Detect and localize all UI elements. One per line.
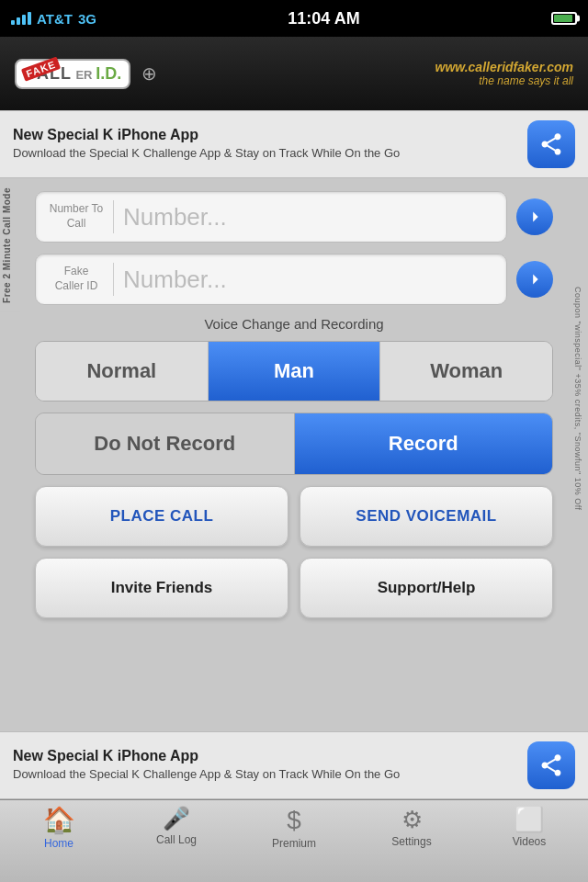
carrier-label: AT&T	[37, 11, 73, 27]
place-call-button[interactable]: PLACE CALL	[35, 486, 288, 547]
do-not-record-button[interactable]: Do Not Record	[36, 413, 295, 474]
fake-caller-id-arrow[interactable]	[516, 261, 553, 298]
voice-section-title: Voice Change and Recording	[35, 316, 553, 332]
share-icon	[538, 131, 564, 157]
target-icon: ⊕	[141, 62, 157, 85]
home-icon: 🏠	[43, 808, 75, 833]
header-right: www.calleridfaker.com the name says it a…	[435, 60, 573, 87]
tab-calllog[interactable]: 🎤 Call Log	[118, 808, 235, 846]
fake-caller-id-wrapper: Fake Caller ID Number...	[35, 254, 507, 305]
voice-option-normal[interactable]: Normal	[36, 342, 209, 401]
bottom-ad-banner: New Special K iPhone App Download the Sp…	[0, 731, 588, 799]
invite-friends-button[interactable]: Invite Friends	[35, 558, 288, 618]
ad-share-button[interactable]	[527, 120, 575, 168]
settings-icon: ⚙	[401, 808, 423, 831]
header-bar: FAKE CALL ER I.D. ⊕ www.calleridfaker.co…	[0, 37, 588, 110]
tab-settings-label: Settings	[391, 835, 431, 848]
fake-caller-id-label: Fake Caller ID	[49, 265, 104, 293]
tab-calllog-label: Call Log	[156, 833, 197, 846]
ad-text-area: New Special K iPhone App Download the Sp…	[13, 127, 516, 162]
coupon-strip: Coupon "winspecial" +35% credits, "Snowf…	[568, 178, 588, 618]
number-to-call-wrapper: Number To Call Number...	[35, 191, 507, 243]
premium-icon: $	[287, 808, 301, 833]
header-url: www.calleridfaker.com	[435, 60, 573, 74]
number-to-call-placeholder: Number...	[123, 203, 493, 232]
number-to-call-label: Number To Call	[49, 202, 104, 231]
primary-action-row: PLACE CALL SEND VOICEMAIL	[35, 486, 553, 547]
tab-settings[interactable]: ⚙ Settings	[353, 808, 470, 848]
status-right	[551, 12, 577, 25]
input-divider	[113, 200, 114, 233]
tab-videos[interactable]: ⬜ Videos	[470, 808, 588, 848]
number-to-call-arrow[interactable]	[516, 198, 553, 235]
ad-description: Download the Special K Challenge App & S…	[13, 145, 516, 162]
bottom-ad-description: Download the Special K Challenge App & S…	[13, 766, 516, 783]
main-content: Free 2 Minute Call Mode Coupon "winspeci…	[0, 178, 588, 618]
tab-videos-label: Videos	[513, 835, 546, 848]
calllog-icon: 🎤	[163, 808, 190, 830]
input-divider-2	[113, 263, 114, 296]
tab-premium-label: Premium	[272, 837, 316, 850]
sidebar-label: Free 2 Minute Call Mode	[0, 178, 20, 312]
status-left: AT&T 3G	[11, 11, 96, 27]
signal-bars	[11, 12, 31, 25]
bottom-ad-text-area: New Special K iPhone App Download the Sp…	[13, 748, 516, 783]
coupon-text: Coupon "winspecial" +35% credits, "Snowf…	[573, 287, 582, 510]
record-button[interactable]: Record	[295, 413, 553, 474]
tab-bar: 🏠 Home 🎤 Call Log $ Premium ⚙ Settings ⬜…	[0, 799, 588, 882]
top-ad-banner: New Special K iPhone App Download the Sp…	[0, 110, 588, 178]
chevron-right-icon	[525, 207, 545, 227]
logo-box: FAKE CALL ER I.D.	[15, 59, 130, 89]
fake-caller-id-placeholder: Number...	[123, 266, 493, 294]
record-toggle-row: Do Not Record Record	[35, 413, 553, 475]
share-icon-2	[538, 752, 564, 778]
number-to-call-row: Number To Call Number...	[35, 191, 553, 243]
battery-indicator	[551, 12, 577, 25]
time-label: 11:04 AM	[288, 9, 359, 28]
send-voicemail-button[interactable]: SEND VOICEMAIL	[300, 486, 553, 547]
tab-premium[interactable]: $ Premium	[235, 808, 353, 850]
header-tagline: the name says it all	[435, 74, 573, 87]
network-label: 3G	[78, 11, 96, 27]
voice-option-woman[interactable]: Woman	[380, 342, 552, 401]
bottom-ad-share-button[interactable]	[527, 741, 575, 789]
voice-option-man[interactable]: Man	[209, 342, 381, 401]
bottom-ad-title: New Special K iPhone App	[13, 748, 516, 764]
support-help-button[interactable]: Support/Help	[300, 558, 553, 618]
logo-area: FAKE CALL ER I.D. ⊕	[15, 59, 157, 89]
status-bar: AT&T 3G 11:04 AM	[0, 0, 588, 37]
voice-toggle-row: Normal Man Woman	[35, 341, 553, 401]
fake-caller-id-row: Fake Caller ID Number...	[35, 254, 553, 305]
battery-fill	[554, 15, 572, 22]
tab-home[interactable]: 🏠 Home	[0, 808, 118, 850]
tab-home-label: Home	[44, 837, 74, 850]
chevron-right-icon-2	[525, 269, 545, 289]
logo-id: I.D.	[96, 64, 121, 83]
secondary-action-row: Invite Friends Support/Help	[35, 558, 553, 618]
ad-title: New Special K iPhone App	[13, 127, 516, 143]
videos-icon: ⬜	[514, 808, 544, 831]
